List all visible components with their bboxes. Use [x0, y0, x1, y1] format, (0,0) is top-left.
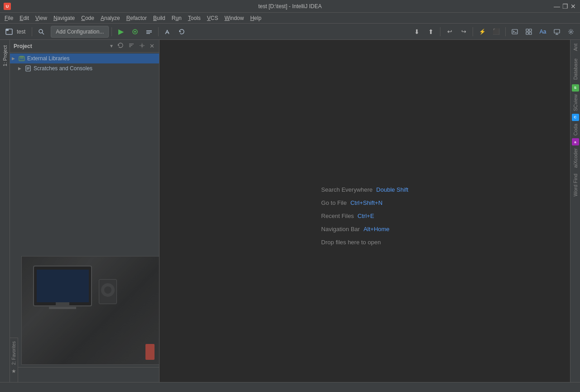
toolbar-separator-3 [158, 27, 159, 36]
menu-edit[interactable]: Edit [17, 14, 32, 22]
project-sync-icon[interactable] [116, 41, 125, 51]
monitor-shape [33, 266, 92, 306]
monitor-screen [37, 270, 89, 302]
svg-rect-6 [146, 30, 152, 31]
scratches-icon [24, 65, 32, 72]
hint-go-to-file: Go to File Ctrl+Shift+N [321, 199, 408, 206]
svg-rect-1 [6, 29, 9, 31]
menu-navigate[interactable]: Navigate [51, 14, 77, 22]
project-panel: Project ▼ ✕ [10, 40, 160, 392]
redo-button[interactable]: ↪ [457, 25, 470, 38]
coverage-button[interactable] [143, 25, 155, 38]
right-tab-scview-container[interactable]: S SCview [571, 83, 580, 113]
navigate-back-button[interactable]: ⬇ [411, 25, 423, 38]
close-button[interactable]: ✕ [570, 3, 576, 10]
navigation-bar-shortcut: Alt+Home [363, 226, 389, 232]
right-tab-wordfind[interactable]: Word Find [571, 170, 580, 200]
toolbar-separator-6 [505, 27, 506, 36]
monitor-stand [56, 302, 69, 307]
menu-refactor[interactable]: Refactor [124, 14, 150, 22]
recent-files-label: Recent Files [321, 213, 354, 219]
maximize-button[interactable]: ❐ [562, 3, 568, 10]
right-tab-database[interactable]: Database [571, 55, 580, 83]
presentation-button[interactable] [551, 25, 563, 38]
scview-indicator: S [572, 84, 579, 92]
build-button[interactable] [161, 25, 174, 38]
tree-item-scratches-consoles[interactable]: ▶ Scratches and Consoles [10, 63, 159, 73]
title-bar: U test [D:\test] - IntelliJ IDEA — ❐ ✕ [0, 0, 580, 13]
search-button[interactable] [35, 25, 48, 38]
project-panel-title: Project [14, 43, 106, 49]
menu-file[interactable]: File [2, 14, 16, 22]
svg-rect-7 [146, 32, 152, 33]
menu-vcs[interactable]: VCS [204, 14, 221, 22]
svg-rect-12 [529, 29, 532, 31]
menu-help[interactable]: Help [247, 14, 264, 22]
svg-rect-13 [526, 32, 528, 34]
center-hints: Search Everywhere Double Shift Go to Fil… [321, 186, 408, 246]
preview-mock [22, 256, 159, 364]
toolbar-separator-2 [111, 27, 112, 36]
toolbar-right: ⬇ ⬆ ↩ ↪ ⚡ ⬛ Aa [411, 25, 577, 38]
search-everywhere-shortcut: Double Shift [376, 186, 408, 193]
menu-code[interactable]: Code [78, 14, 97, 22]
undo-button[interactable]: ↩ [443, 25, 456, 38]
navigate-forward-button[interactable]: ⬆ [425, 25, 437, 38]
external-libraries-icon [18, 55, 25, 62]
right-tab-coda-container[interactable]: C Coda [571, 113, 580, 137]
svg-point-2 [39, 29, 43, 33]
svg-rect-24 [20, 56, 24, 58]
svg-point-18 [570, 31, 572, 33]
recent-files-shortcut: Ctrl+E [358, 213, 374, 219]
menu-view[interactable]: View [33, 14, 50, 22]
project-close-icon[interactable]: ✕ [149, 42, 155, 50]
navigation-bar-label: Navigation Bar [321, 226, 360, 232]
toolbar-separator-4 [440, 27, 440, 36]
status-bar [0, 382, 580, 392]
menu-tools[interactable]: Tools [185, 14, 203, 22]
right-tab-aixcoder[interactable]: aiXcoder [571, 146, 580, 169]
translate-button[interactable]: Aa [536, 25, 549, 38]
favorites-tab[interactable]: 2: Favorites [10, 340, 17, 366]
toolbar: test Add Configuration... ▶ [0, 24, 580, 40]
terminal-button[interactable] [508, 25, 521, 38]
right-tab-ant[interactable]: Ant [571, 40, 580, 55]
toolbar-separator-5 [473, 27, 473, 36]
menu-run[interactable]: Run [169, 14, 184, 22]
tree-arrow-external-libraries: ▶ [12, 56, 18, 61]
debug-button[interactable] [129, 25, 141, 38]
settings-button[interactable] [565, 25, 577, 38]
tree-arrow-scratches: ▶ [18, 66, 24, 71]
project-collapse-icon[interactable] [127, 41, 135, 51]
go-to-file-label: Go to File [321, 199, 347, 206]
menu-analyze[interactable]: Analyze [98, 14, 123, 22]
right-tab-coda[interactable]: Coda [571, 122, 580, 137]
minimize-button[interactable]: — [554, 3, 560, 10]
svg-rect-8 [146, 33, 150, 34]
sidebar-tab-project[interactable]: 1: Project [1, 42, 9, 70]
menu-build[interactable]: Build [150, 14, 168, 22]
project-settings-icon[interactable] [138, 42, 146, 51]
main-area: 1: Project Project ▼ [0, 40, 580, 392]
add-configuration-button[interactable]: Add Configuration... [51, 26, 109, 38]
preview-image-area [21, 256, 160, 365]
project-structure-button[interactable] [522, 25, 535, 38]
project-panel-arrow[interactable]: ▼ [109, 44, 114, 48]
preview-accent [145, 344, 155, 360]
svg-rect-14 [529, 32, 532, 34]
tree-item-external-libraries[interactable]: ▶ External Libraries [10, 53, 159, 63]
run-button[interactable]: ▶ [115, 25, 127, 38]
external-libraries-label: External Libraries [27, 55, 69, 62]
stop-button[interactable]: ⬛ [490, 25, 503, 38]
search-everywhere-label: Search Everywhere [321, 186, 372, 193]
right-tab-aixcoder-container[interactable]: a aiXcoder [571, 137, 580, 169]
project-icon-button[interactable] [3, 25, 15, 38]
svg-rect-15 [554, 29, 560, 33]
reload-button[interactable] [175, 25, 188, 38]
hint-drop-files: Drop files here to open [321, 239, 408, 246]
menu-window[interactable]: Window [222, 14, 246, 22]
aixcoder-indicator: a [572, 138, 579, 145]
right-tab-scview[interactable]: SCview [571, 92, 580, 113]
svg-point-22 [141, 44, 143, 46]
power-save-button[interactable]: ⚡ [476, 25, 488, 38]
